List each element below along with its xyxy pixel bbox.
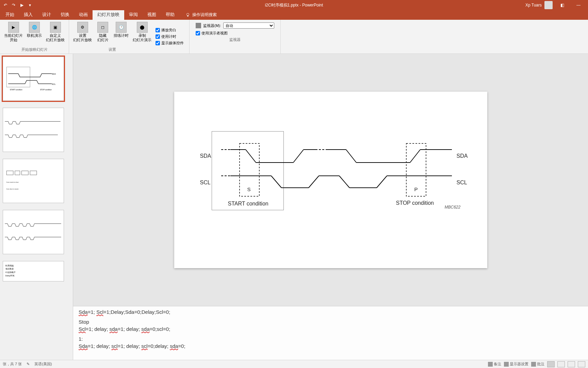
svg-text:SCL: SCL xyxy=(52,83,56,85)
notes-pane[interactable]: Sda=1; Scl=1;Delay;Sda=0;Delay;Scl=0; St… xyxy=(73,306,588,360)
normal-view-button[interactable] xyxy=(547,361,555,367)
play-icon: ▶ xyxy=(8,22,19,33)
notes-line: Sda=1; delay; scl=1; delay; scl=0;delay;… xyxy=(79,343,583,349)
svg-line-35 xyxy=(309,176,319,188)
record-icon: ⬤ xyxy=(137,22,148,33)
svg-text:STOP condition: STOP condition xyxy=(40,89,52,91)
start-from-beginning-icon[interactable]: ▶ xyxy=(19,2,24,8)
tab-insert[interactable]: 插入 xyxy=(19,10,37,20)
from-current-slide-button[interactable]: ▶当前幻灯片 开始 xyxy=(3,21,24,47)
slide-canvas[interactable]: SDA SCL SDA SCL S P START condition STOP… xyxy=(174,92,487,268)
setup-slideshow-button[interactable]: ⚙设置 幻灯片放映 xyxy=(72,21,93,47)
slide-thumb-1[interactable]: SDASCLSTART conditionSTOP condition xyxy=(3,57,64,101)
mbc-label: MBC622 xyxy=(445,205,461,210)
use-timings-checkbox[interactable]: 使用计时 xyxy=(156,34,184,39)
notes-line: Stop xyxy=(79,319,583,325)
quick-access-toolbar: ↶ ↷ ▶ ▾ xyxy=(3,2,33,8)
svg-line-39 xyxy=(377,176,387,188)
notes-line: Scl=1; delay; sda=1; delay; sda=0;scl=0; xyxy=(79,326,583,332)
main: SDASCLSTART conditionSTOP condition from… xyxy=(0,54,588,360)
status-bar: 张，共 7 张 ✎ 英语(美国) 备注 显示器设置 批注 xyxy=(0,360,588,368)
svg-line-37 xyxy=(339,176,349,188)
tell-me-label: 操作说明搜索 xyxy=(192,12,217,18)
setup-icon: ⚙ xyxy=(77,22,88,33)
play-narrations-checkbox[interactable]: 播放旁白 xyxy=(156,28,184,33)
group-label: 监视器 xyxy=(192,37,278,42)
window-title: i2C时序模拟1.pptx - PowerPoint xyxy=(265,2,323,8)
monitor-select[interactable]: 自动 xyxy=(223,22,274,29)
user-name: Xp Tuars xyxy=(525,3,542,7)
redo-icon[interactable]: ↷ xyxy=(11,2,16,8)
tab-help[interactable]: 帮助 xyxy=(161,10,179,20)
language[interactable]: 英语(美国) xyxy=(34,362,52,367)
stop-condition-label: STOP condition xyxy=(396,200,434,206)
ribbon-display-options-icon[interactable]: ◧ xyxy=(555,0,569,10)
scl-label-right: SCL xyxy=(457,180,467,186)
monitor-icon xyxy=(196,23,201,28)
svg-text:地址数据: 地址数据 xyxy=(5,268,14,270)
svg-text:IC起始电平: IC起始电平 xyxy=(5,271,16,273)
svg-rect-10 xyxy=(30,171,37,175)
svg-line-21 xyxy=(293,150,304,163)
svg-text:SDA: SDA xyxy=(52,73,56,75)
slide-thumb-5[interactable]: 时序间隔地址数据IC起始电平Delay时长 xyxy=(3,261,64,281)
show-media-controls-checkbox[interactable]: 显示媒体控件 xyxy=(156,41,184,46)
slideshow-view-button[interactable] xyxy=(578,361,585,367)
hide-slide-button[interactable]: ◻隐藏 幻灯片 xyxy=(95,21,111,47)
p-label: P xyxy=(414,186,418,192)
svg-text:START condition: START condition xyxy=(10,89,22,91)
tab-animations[interactable]: 动画 xyxy=(74,10,93,20)
slide-area[interactable]: SDA SCL SDA SCL S P START condition STOP… xyxy=(73,54,588,306)
tell-me[interactable]: 操作说明搜索 xyxy=(182,10,220,20)
monitor-label: 监视器(M): xyxy=(203,23,221,28)
display-icon xyxy=(504,362,509,367)
avatar[interactable] xyxy=(544,1,553,9)
setup-checkboxes: 播放旁白 使用计时 显示媒体控件 xyxy=(153,21,186,52)
thumbnails-pane[interactable]: SDASCLSTART conditionSTOP condition from… xyxy=(0,54,73,360)
notes-button[interactable]: 备注 xyxy=(488,362,501,367)
tab-view[interactable]: 视图 xyxy=(143,10,161,20)
presenter-view-checkbox[interactable]: 使用演示者视图 xyxy=(196,31,274,36)
present-online-button[interactable]: 🌐联机演示 xyxy=(26,21,43,47)
qat-dropdown-icon[interactable]: ▾ xyxy=(27,2,33,8)
notes-line: 1: xyxy=(79,336,583,342)
record-slideshow-button[interactable]: ⬤录制 幻灯片演示 xyxy=(131,21,153,47)
tab-review[interactable]: 审阅 xyxy=(124,10,143,20)
minimize-icon[interactable]: — xyxy=(572,0,585,10)
slide-sorter-view-button[interactable] xyxy=(557,361,565,367)
svg-rect-7 xyxy=(6,171,13,175)
page-count: 张，共 7 张 xyxy=(3,362,22,367)
group-label: 设置 xyxy=(72,47,153,52)
s-label: S xyxy=(247,186,251,192)
tab-start[interactable]: 开始 xyxy=(1,10,19,20)
ribbon-tabs: 开始 插入 设计 切换 动画 幻灯片放映 审阅 视图 帮助 操作说明搜索 xyxy=(0,10,588,20)
reading-view-button[interactable] xyxy=(568,361,575,367)
svg-text:from slave to master: from slave to master xyxy=(6,188,19,190)
group-start-show: ▶当前幻灯片 开始 🌐联机演示 ▣自定义 幻灯片放映 开始放映幻灯片 xyxy=(0,20,69,53)
sda-label-left: SDA xyxy=(200,153,211,159)
tab-slideshow[interactable]: 幻灯片放映 xyxy=(93,10,124,20)
content-area: SDA SCL SDA SCL S P START condition STOP… xyxy=(73,54,588,360)
spelling-icon[interactable]: ✎ xyxy=(27,362,30,366)
tab-design[interactable]: 设计 xyxy=(37,10,56,20)
svg-rect-9 xyxy=(22,171,29,175)
lightbulb-icon xyxy=(185,13,190,17)
ribbon: ▶当前幻灯片 开始 🌐联机演示 ▣自定义 幻灯片放映 开始放映幻灯片 ⚙设置 幻… xyxy=(0,20,588,54)
slide-thumb-4[interactable] xyxy=(3,210,64,254)
hide-icon: ◻ xyxy=(97,22,108,33)
group-monitors: 监视器(M): 自动 使用演示者视图 监视器 xyxy=(190,20,281,53)
svg-line-19 xyxy=(246,150,256,163)
tab-transitions[interactable]: 切换 xyxy=(56,10,74,20)
display-settings-button[interactable]: 显示器设置 xyxy=(504,362,528,367)
start-condition-label: START condition xyxy=(228,201,268,207)
slide-thumb-3[interactable]: from master to slavefrom slave to master xyxy=(3,159,64,203)
custom-slideshow-button[interactable]: ▣自定义 幻灯片放映 xyxy=(45,21,66,47)
globe-icon: 🌐 xyxy=(29,22,40,33)
clock-icon: 🕐 xyxy=(116,22,127,33)
slide-thumb-2[interactable] xyxy=(3,108,64,152)
undo-icon[interactable]: ↶ xyxy=(3,2,8,8)
group-setup: ⚙设置 幻灯片放映 ◻隐藏 幻灯片 🕐排练计时 ⬤录制 幻灯片演示 设置 播放旁… xyxy=(69,20,190,53)
comments-button[interactable]: 批注 xyxy=(531,362,544,367)
svg-rect-8 xyxy=(15,171,20,175)
rehearse-timings-button[interactable]: 🕐排练计时 xyxy=(112,21,130,47)
